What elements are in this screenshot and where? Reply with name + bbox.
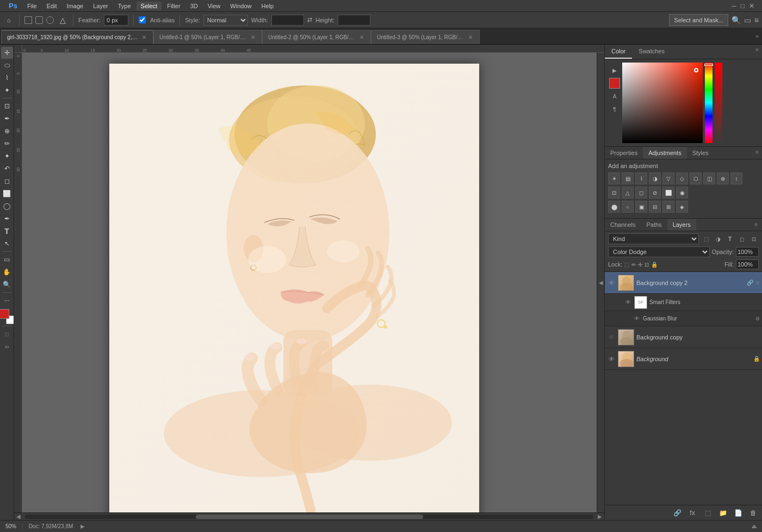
layers-panel-menu[interactable]: ≡ <box>750 219 762 231</box>
lock-all-icon[interactable]: 🔒 <box>651 262 658 268</box>
layer-visibility-bg2[interactable]: 👁 <box>607 279 616 287</box>
tab-3[interactable]: Untitled-3 @ 50% (Layer 1, RGB/8#) ✕ <box>371 30 480 44</box>
minimize-btn[interactable]: ─ <box>732 2 736 10</box>
filter-adjust-icon[interactable]: ◑ <box>713 234 723 244</box>
adj-extra6[interactable]: ◈ <box>676 201 688 213</box>
zoom-tool[interactable]: 🔍 <box>1 279 13 290</box>
adj-selectcolor[interactable]: ◉ <box>676 187 688 199</box>
layer-background-copy[interactable]: 👁 Background copy <box>605 326 762 348</box>
menu-type[interactable]: Type <box>114 2 135 10</box>
adj-brightness[interactable]: ☀ <box>608 172 620 184</box>
adj-threshold[interactable]: ⊘ <box>649 187 661 199</box>
type-tool[interactable]: T <box>1 225 13 237</box>
adj-extra5[interactable]: ⊞ <box>662 201 674 213</box>
filter-shape-icon[interactable]: ◻ <box>737 234 747 244</box>
tab-0-close[interactable]: ✕ <box>141 34 147 41</box>
delete-layer-btn[interactable]: 🗑 <box>748 508 759 518</box>
filter-pixel-icon[interactable]: ⬚ <box>701 234 711 244</box>
menu-view[interactable]: View <box>203 2 225 10</box>
layer-background[interactable]: 👁 Background 🔒 <box>605 348 762 370</box>
lasso-tool[interactable]: ⌇ <box>1 72 13 84</box>
menu-select[interactable]: Select <box>137 2 162 10</box>
menu-help[interactable]: Help <box>257 2 278 10</box>
foreground-color-swatch[interactable] <box>0 309 9 319</box>
adj-curves[interactable]: ⌇ <box>635 172 647 184</box>
swap-icon[interactable]: ⇄ <box>307 16 312 23</box>
adj-colorbalance[interactable]: ⬡ <box>690 172 702 184</box>
menu-filter[interactable]: Filter <box>163 2 184 10</box>
kind-select[interactable]: Kind Name Effect <box>608 233 699 244</box>
layers-tab[interactable]: Layers <box>667 219 696 231</box>
eraser-tool[interactable]: ◻ <box>1 175 13 187</box>
layer-background-copy-2[interactable]: 👁 Background copy 2 🔗 ⊙ <box>605 272 762 294</box>
history-brush-tool[interactable]: ↶ <box>1 163 13 175</box>
screen-mode-btn[interactable]: ▭ <box>1 341 13 352</box>
menu-edit[interactable]: Edit <box>42 2 61 10</box>
quick-mask-btn[interactable]: ⬚ <box>1 328 13 340</box>
adj-vibrance[interactable]: ▽ <box>662 172 674 184</box>
path-select-tool[interactable]: ↖ <box>1 238 13 250</box>
link-layers-btn[interactable]: 🔗 <box>672 508 683 518</box>
swatches-tab[interactable]: Swatches <box>632 45 671 59</box>
adj-bw[interactable]: ◫ <box>703 172 715 184</box>
ellipse-select-tool[interactable]: ⬭ <box>1 59 13 71</box>
adj-extra4[interactable]: ⊟ <box>649 201 661 213</box>
adj-panel-menu[interactable]: ≡ <box>752 147 762 159</box>
adj-extra2[interactable]: ○ <box>622 201 634 213</box>
tab-3-close[interactable]: ✕ <box>467 34 474 41</box>
color-panel-menu[interactable]: ≡ <box>752 45 762 59</box>
tab-0[interactable]: girl-3033718_1920.jpg @ 50% (Background … <box>1 30 153 44</box>
more-tools[interactable]: ··· <box>1 294 13 306</box>
adj-gradmap[interactable]: ⬜ <box>662 187 674 199</box>
adjustments-tab[interactable]: Adjustments <box>643 147 687 159</box>
spot-heal-tool[interactable]: ⊕ <box>1 125 13 137</box>
menu-3d[interactable]: 3D <box>186 2 202 10</box>
adj-invert[interactable]: △ <box>622 187 634 199</box>
type-icon[interactable]: A <box>609 91 620 102</box>
color-tab[interactable]: Color <box>605 45 632 59</box>
magic-wand-tool[interactable]: ✦ <box>1 84 13 96</box>
triangle-icon[interactable]: △ <box>57 15 68 26</box>
style-select[interactable]: Normal Fixed Ratio Fixed Size <box>203 15 248 26</box>
adj-levels[interactable]: ▤ <box>622 172 634 184</box>
color-picker-gradient[interactable] <box>622 63 703 143</box>
tab-2-close[interactable]: ✕ <box>358 34 365 41</box>
search-icon[interactable]: 🔍 <box>732 16 741 24</box>
properties-tab[interactable]: Properties <box>605 147 643 159</box>
antialias-checkbox[interactable] <box>139 16 146 23</box>
adj-extra3[interactable]: ▣ <box>635 201 647 213</box>
gradient-tool[interactable]: ⬜ <box>1 188 13 200</box>
styles-tab[interactable]: Styles <box>687 147 714 159</box>
adj-exposure[interactable]: ◑ <box>649 172 661 184</box>
add-style-btn[interactable]: fx <box>687 508 698 518</box>
adj-channelmix[interactable]: ↕ <box>730 172 742 184</box>
layer-visibility-gb[interactable]: 👁 <box>633 315 641 323</box>
hand-tool[interactable]: ✋ <box>1 266 13 278</box>
rect-shape-tool[interactable]: ▭ <box>1 253 13 265</box>
menu-file[interactable]: File <box>23 2 41 10</box>
tab-1-close[interactable]: ✕ <box>250 34 256 41</box>
select-mask-button[interactable]: Select and Mask... <box>669 14 728 26</box>
tab-1[interactable]: Untitled-1 @ 50% (Layer 1, RGB/8#) ✕ <box>153 30 262 44</box>
opacity-input[interactable] <box>736 247 759 257</box>
h-scrollbar[interactable]: ◀ ▶ <box>14 512 604 520</box>
filter-smart-icon[interactable]: ⊡ <box>749 234 759 244</box>
layer-smart-filters[interactable]: 👁 SF Smart Filters <box>605 294 762 311</box>
crop-tool[interactable]: ⊡ <box>1 100 13 112</box>
scroll-left-btn[interactable]: ◀ <box>14 514 23 519</box>
rounded-rect-icon[interactable] <box>35 16 43 24</box>
channels-tab[interactable]: Channels <box>605 219 641 231</box>
paragraph-icon[interactable]: ¶ <box>609 104 620 115</box>
feather-input[interactable] <box>104 15 128 26</box>
maximize-btn[interactable]: □ <box>741 2 745 10</box>
blend-mode-select[interactable]: Color Dodge Normal Multiply Screen Overl… <box>608 246 710 257</box>
close-btn[interactable]: ✕ <box>749 2 754 10</box>
lock-image-icon[interactable]: ✏ <box>631 262 636 268</box>
status-arrow[interactable]: ▶ <box>80 523 85 529</box>
adj-posterize[interactable]: ◻ <box>635 187 647 199</box>
menu-image[interactable]: Image <box>63 2 88 10</box>
panel-toggle-icon[interactable]: ≡ <box>754 16 759 24</box>
h-scrollbar-track[interactable] <box>25 515 593 519</box>
rect-marquee-icon[interactable] <box>24 16 32 24</box>
menu-window[interactable]: Window <box>226 2 256 10</box>
